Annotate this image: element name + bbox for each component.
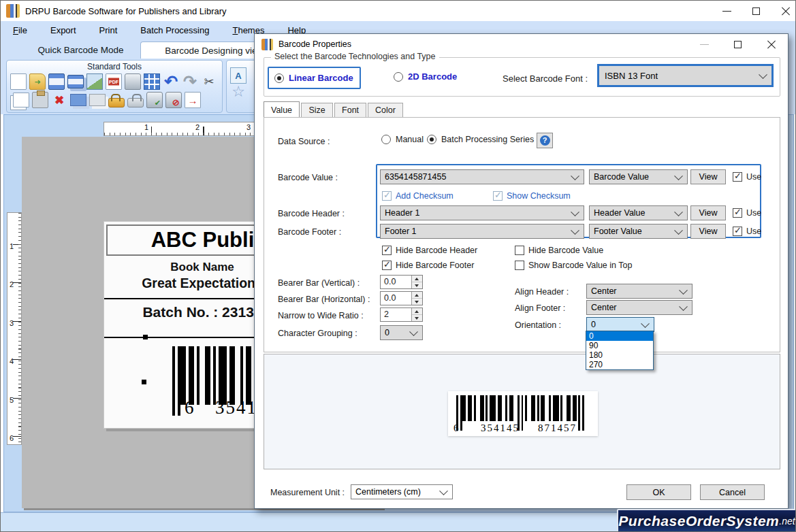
menu-file[interactable]: File: [13, 25, 27, 35]
2d-barcode-radio[interactable]: 2D Barcode: [394, 71, 457, 82]
orientation-option-270[interactable]: 270: [586, 360, 653, 369]
shape-tool-icon[interactable]: [230, 84, 246, 100]
text-tool-icon[interactable]: [230, 67, 246, 84]
header-type-combo[interactable]: Header Value: [589, 205, 688, 220]
barcode-header-combo[interactable]: Header 1: [380, 205, 584, 220]
ruler-number: 2: [155, 122, 206, 135]
orientation-option-180[interactable]: 180: [586, 350, 653, 360]
clone-icon[interactable]: [89, 94, 106, 106]
orientation-label: Orientation :: [515, 320, 561, 330]
cut-icon[interactable]: [201, 73, 217, 90]
spin-down-icon[interactable]: [412, 282, 422, 288]
barcode-font-select[interactable]: ISBN 13 Font: [597, 64, 774, 87]
save-all-icon[interactable]: [67, 75, 84, 88]
orientation-combo[interactable]: 0: [586, 317, 654, 332]
paste-icon[interactable]: [32, 92, 48, 108]
spin-down-icon[interactable]: [412, 299, 422, 305]
measurement-unit-label: Measurement Unit :: [270, 488, 345, 497]
checkbox[interactable]: [515, 261, 524, 270]
hide-barcode-footer-checkbox[interactable]: Hide Barcode Footer: [382, 261, 474, 270]
cancel-button[interactable]: Cancel: [700, 484, 765, 500]
checkbox[interactable]: [733, 208, 742, 218]
dialog-maximize-button[interactable]: [733, 40, 742, 49]
export-pdf-icon[interactable]: [106, 73, 122, 90]
checkbox: [493, 191, 503, 201]
checkbox[interactable]: [382, 261, 392, 270]
linear-barcode-radio[interactable]: Linear Barcode: [269, 68, 360, 83]
tab-quick-barcode-mode[interactable]: Quick Barcode Mode: [14, 41, 147, 59]
undo-icon[interactable]: [163, 73, 179, 90]
orientation-dropdown-list[interactable]: 090180270: [586, 331, 654, 370]
checkbox[interactable]: [515, 246, 524, 255]
help-button[interactable]: ?: [537, 133, 553, 148]
hide-barcode-value-checkbox[interactable]: Hide Barcode Value: [515, 246, 603, 255]
use-footer-checkbox[interactable]: Use: [733, 227, 761, 236]
radio-dot[interactable]: [274, 73, 284, 83]
minimize-button[interactable]: [722, 7, 731, 16]
open-folder-icon[interactable]: [29, 73, 46, 90]
align-header-combo[interactable]: Center: [586, 284, 692, 299]
barcode-value-type-combo[interactable]: Barcode Value: [589, 169, 688, 184]
barcode-value-combo[interactable]: 6354145871455: [380, 169, 584, 184]
export-image-icon[interactable]: [86, 73, 103, 90]
delete-icon[interactable]: [51, 92, 67, 108]
menu-batch-processing[interactable]: Batch Processing: [140, 25, 209, 35]
lock-icon[interactable]: [108, 98, 125, 107]
menu-print[interactable]: Print: [99, 25, 118, 35]
chevron-down-icon: [679, 302, 688, 311]
print-preview-icon[interactable]: [146, 92, 163, 108]
bearer-vertical-spinner[interactable]: 0.0: [380, 275, 423, 289]
view-footer-button[interactable]: View: [690, 224, 726, 239]
print-icon[interactable]: [125, 73, 141, 90]
export-file-icon[interactable]: [185, 92, 201, 108]
show-barcode-value-in-top-checkbox[interactable]: Show Barcode Value in Top: [515, 261, 632, 270]
radio-dot[interactable]: [394, 72, 403, 82]
spin-up-icon[interactable]: [412, 276, 422, 282]
spin-up-icon[interactable]: [412, 308, 422, 315]
checkbox[interactable]: [733, 227, 742, 236]
footer-type-combo[interactable]: Footer Value: [589, 224, 688, 239]
ok-button[interactable]: OK: [626, 484, 691, 500]
radio-dot[interactable]: [381, 135, 391, 144]
batch-processing-series-radio[interactable]: Batch Processing Series: [427, 135, 534, 144]
view-value-button[interactable]: View: [690, 169, 726, 184]
duplicate-icon[interactable]: [70, 94, 86, 106]
manual-radio[interactable]: Manual: [381, 135, 424, 144]
dialog-close-button[interactable]: [767, 40, 776, 49]
checkbox[interactable]: [382, 246, 392, 255]
narrow-wide-ratio-spinner[interactable]: 2: [380, 307, 423, 322]
align-footer-combo[interactable]: Center: [586, 300, 692, 315]
cancel-print-icon[interactable]: [165, 92, 182, 108]
use-header-checkbox[interactable]: Use: [733, 208, 761, 218]
spin-down-icon[interactable]: [412, 315, 422, 321]
redo-icon[interactable]: [182, 73, 198, 90]
dialog-tab-font[interactable]: Font: [334, 103, 366, 117]
save-icon[interactable]: [48, 73, 65, 90]
radio-dot[interactable]: [427, 135, 436, 144]
maximize-button[interactable]: [752, 7, 761, 16]
align-footer-label: Align Footer :: [515, 303, 565, 313]
selection-handle[interactable]: [142, 380, 146, 384]
character-grouping-combo[interactable]: 0: [380, 325, 423, 340]
menu-export[interactable]: Export: [50, 25, 76, 35]
dialog-tab-value[interactable]: Value: [264, 101, 300, 117]
measurement-unit-combo[interactable]: Centimeters (cm): [351, 484, 453, 499]
view-header-button[interactable]: View: [690, 205, 726, 220]
new-document-icon[interactable]: [10, 73, 27, 90]
checkbox[interactable]: [733, 172, 742, 182]
spin-up-icon[interactable]: [412, 292, 422, 299]
use-value-checkbox[interactable]: Use: [733, 172, 761, 182]
dialog-tab-size[interactable]: Size: [301, 103, 333, 117]
grid-icon[interactable]: [144, 73, 160, 90]
dialog-minimize-button: [700, 40, 709, 49]
dialog-tab-color[interactable]: Color: [368, 103, 403, 117]
close-button[interactable]: [781, 7, 790, 16]
orientation-option-0[interactable]: 0: [586, 331, 653, 341]
bearer-horizontal-spinner[interactable]: 0.0: [380, 291, 423, 305]
unlock-icon[interactable]: [127, 98, 144, 107]
selection-handle[interactable]: [143, 335, 148, 339]
orientation-option-90[interactable]: 90: [586, 341, 653, 350]
copy-icon[interactable]: [13, 93, 29, 107]
hide-barcode-header-checkbox[interactable]: Hide Barcode Header: [382, 246, 477, 255]
barcode-footer-combo[interactable]: Footer 1: [380, 224, 584, 239]
